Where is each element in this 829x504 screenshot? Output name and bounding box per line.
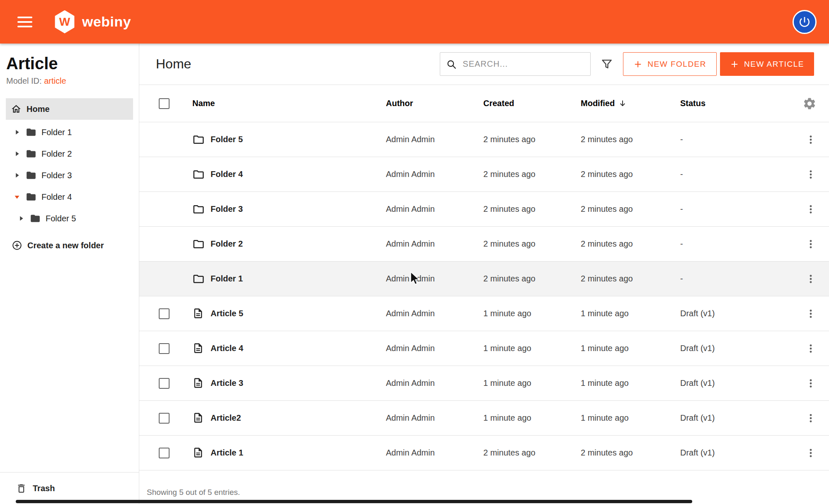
table-row[interactable]: Folder 3Admin Admin2 minutes ago2 minute… <box>139 192 829 227</box>
entry-modified: 1 minute ago <box>581 378 680 388</box>
row-checkbox[interactable] <box>159 413 170 424</box>
table-row[interactable]: Article 3Admin Admin1 minute ago1 minute… <box>139 366 829 401</box>
sidebar-item-label: Folder 1 <box>41 128 72 137</box>
create-folder-button[interactable]: Create a new folder <box>0 240 139 251</box>
entry-modified: 2 minutes ago <box>581 239 680 249</box>
row-checkbox[interactable] <box>159 378 170 389</box>
table-body: Folder 5Admin Admin2 minutes ago2 minute… <box>139 122 829 470</box>
sidebar-item-folder-2[interactable]: Folder 2 <box>0 143 139 165</box>
new-article-button[interactable]: NEW ARTICLE <box>720 52 814 76</box>
row-menu-kebab-icon[interactable] <box>803 376 818 391</box>
caret-down-icon[interactable] <box>12 192 22 201</box>
row-menu-kebab-icon[interactable] <box>803 167 818 182</box>
entry-created: 2 minutes ago <box>483 204 581 214</box>
sidebar-item-home[interactable]: Home <box>6 98 133 120</box>
entry-modified: 2 minutes ago <box>581 170 680 179</box>
brand-name: webiny <box>82 14 131 30</box>
entry-name[interactable]: Article2 <box>189 412 386 424</box>
row-menu-kebab-icon[interactable] <box>803 411 818 426</box>
caret-right-icon[interactable] <box>12 149 22 158</box>
entry-name[interactable]: Article 1 <box>189 447 386 459</box>
entry-name[interactable]: Folder 5 <box>189 133 386 146</box>
trash-icon <box>16 483 27 494</box>
folder-icon <box>26 191 36 202</box>
table-row[interactable]: Folder 4Admin Admin2 minutes ago2 minute… <box>139 157 829 192</box>
entry-author: Admin Admin <box>386 170 483 179</box>
table-row[interactable]: Folder 5Admin Admin2 minutes ago2 minute… <box>139 122 829 157</box>
sidebar-item-folder-5[interactable]: Folder 5 <box>0 208 139 229</box>
row-menu-kebab-icon[interactable] <box>803 341 818 356</box>
row-checkbox[interactable] <box>159 448 170 458</box>
entry-author: Admin Admin <box>386 448 483 458</box>
webiny-logo: W webiny <box>54 10 131 34</box>
folder-icon <box>26 148 36 159</box>
column-name[interactable]: Name <box>189 99 386 108</box>
entry-name[interactable]: Article 3 <box>189 377 386 390</box>
filter-icon[interactable] <box>600 57 614 71</box>
caret-right-icon[interactable] <box>17 214 26 223</box>
column-modified[interactable]: Modified <box>581 99 680 108</box>
entry-name[interactable]: Article 4 <box>189 342 386 355</box>
table-row[interactable]: Article 4Admin Admin1 minute ago1 minute… <box>139 331 829 366</box>
sidebar-item-folder-4[interactable]: Folder 4 <box>0 186 139 208</box>
table-row[interactable]: Article2Admin Admin1 minute ago1 minute … <box>139 401 829 436</box>
column-created[interactable]: Created <box>483 99 581 108</box>
article-icon <box>192 377 205 390</box>
user-avatar[interactable] <box>793 10 817 34</box>
table-settings-gear-icon[interactable] <box>801 95 818 112</box>
entry-name[interactable]: Folder 2 <box>189 238 386 250</box>
entry-name[interactable]: Article 5 <box>189 308 386 320</box>
folder-icon <box>30 213 41 224</box>
caret-right-icon[interactable] <box>12 128 22 137</box>
entry-modified: 2 minutes ago <box>581 448 680 458</box>
sidebar-item-folder-1[interactable]: Folder 1 <box>0 121 139 143</box>
entry-status: Draft (v1) <box>680 413 788 423</box>
row-checkbox[interactable] <box>159 308 170 319</box>
entry-author: Admin Admin <box>386 274 483 284</box>
model-id-label: Model ID: <box>6 76 42 85</box>
row-menu-kebab-icon[interactable] <box>803 202 818 217</box>
topbar: W webiny <box>0 0 829 44</box>
row-menu-kebab-icon[interactable] <box>803 237 818 252</box>
row-menu-kebab-icon[interactable] <box>803 306 818 321</box>
select-all-checkbox[interactable] <box>159 98 170 109</box>
menu-hamburger-icon[interactable] <box>17 17 32 27</box>
entry-created: 2 minutes ago <box>483 448 581 458</box>
entry-status: - <box>680 204 788 214</box>
entry-status: Draft (v1) <box>680 378 788 388</box>
sort-desc-icon <box>618 99 627 108</box>
table-row[interactable]: Article 1Admin Admin2 minutes ago2 minut… <box>139 436 829 470</box>
column-author[interactable]: Author <box>386 99 483 108</box>
row-menu-kebab-icon[interactable] <box>803 446 818 460</box>
folder-icon <box>192 273 205 285</box>
article-icon <box>192 308 205 320</box>
sidebar-item-label: Folder 4 <box>41 192 72 202</box>
row-checkbox[interactable] <box>159 343 170 354</box>
table-header: Name Author Created Modified Status <box>139 85 829 122</box>
table-row[interactable]: Folder 2Admin Admin2 minutes ago2 minute… <box>139 227 829 262</box>
search-input[interactable] <box>462 59 584 69</box>
entry-modified: 1 minute ago <box>581 309 680 318</box>
entry-author: Admin Admin <box>386 309 483 318</box>
entry-created: 1 minute ago <box>483 378 581 388</box>
sidebar-item-folder-3[interactable]: Folder 3 <box>0 165 139 186</box>
new-folder-button[interactable]: NEW FOLDER <box>623 52 717 76</box>
table-row[interactable]: Article 5Admin Admin1 minute ago1 minute… <box>139 296 829 331</box>
table-row[interactable]: Folder 1Admin Admin2 minutes ago2 minute… <box>139 262 829 296</box>
row-menu-kebab-icon[interactable] <box>803 271 818 286</box>
row-menu-kebab-icon[interactable] <box>803 132 818 147</box>
folder-tree: HomeFolder 1Folder 2Folder 3Folder 4Fold… <box>0 98 139 229</box>
column-status[interactable]: Status <box>680 99 788 108</box>
caret-right-icon[interactable] <box>12 171 22 180</box>
sidebar-item-label: Folder 5 <box>46 214 76 223</box>
entry-author: Admin Admin <box>386 413 483 423</box>
folder-icon <box>192 203 205 216</box>
folder-icon <box>192 238 205 250</box>
model-title: Article <box>6 54 139 73</box>
playback-scrubber-bar <box>16 500 692 503</box>
entry-name[interactable]: Folder 1 <box>189 273 386 285</box>
entry-name[interactable]: Folder 4 <box>189 168 386 181</box>
trash-button[interactable]: Trash <box>0 472 139 504</box>
model-id-value: article <box>44 76 66 85</box>
entry-name[interactable]: Folder 3 <box>189 203 386 216</box>
